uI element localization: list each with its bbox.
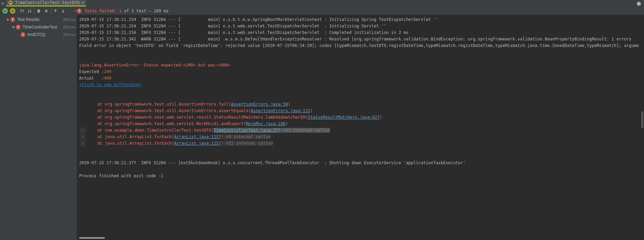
gutter-expand-icon[interactable]: ±	[79, 134, 86, 140]
stacktrace-link[interactable]: StatusResultMatchers.java:627	[308, 115, 380, 120]
gear-icon[interactable]	[636, 1, 641, 6]
sort-asc-icon[interactable]	[18, 7, 26, 15]
log-line: 2020-07-15 17:38:21.254 INFO 31284 --- […	[79, 23, 642, 29]
see-difference-link[interactable]: <Click to see difference>	[79, 82, 141, 87]
stacktrace-link[interactable]: AssertionErrors.java:122	[251, 108, 310, 113]
tree-root[interactable]: ▾ ! Test Results 289 ms	[0, 16, 77, 23]
test-toolbar: ✔ ⊘ » ! Tests failed: 1 of 1 test – 289 …	[0, 7, 644, 15]
tests-total-text: of 1 test – 289 ms	[122, 9, 169, 13]
log-line: 2020-07-15 17:38:21.377 INFO 31284 --- […	[79, 160, 642, 166]
exit-code-line: Process finished with exit code -1	[79, 173, 642, 179]
tree-suite-label: TimeControllerTest	[23, 25, 63, 29]
fail-icon: !	[21, 32, 25, 37]
fail-icon: !	[10, 17, 15, 22]
chevron-down-icon[interactable]: ▾	[7, 17, 9, 22]
tree-suite-time: 289 ms	[63, 25, 75, 29]
tab-label: TimeControllerTest.testDTO	[15, 0, 80, 5]
log-line: 2020-07-15 17:38:21.342 WARN 31284 --- […	[79, 36, 642, 43]
gutter-expand-icon[interactable]: ±	[79, 127, 86, 134]
horizontal-scrollbar[interactable]	[79, 237, 105, 239]
tree-test-time: 289 ms	[63, 33, 75, 37]
main: ▾ ! Test Results 289 ms ▾ ! TimeControll…	[0, 15, 644, 240]
stacktrace-link[interactable]: MockMvc.java:196	[246, 121, 285, 126]
actual-line: Actual :400	[79, 75, 642, 82]
tree-root-time: 289 ms	[63, 17, 75, 22]
show-ignored-button[interactable]: ⊘	[9, 7, 16, 15]
collapse-all-icon[interactable]	[42, 7, 50, 15]
test-tree: ▾ ! Test Results 289 ms ▾ ! TimeControll…	[0, 15, 77, 240]
assertion-error: java.lang.AssertionError: Status expecte…	[79, 62, 642, 69]
fail-indicator-icon: !	[76, 7, 82, 15]
tree-test-label: testDTO()	[27, 32, 63, 37]
close-icon[interactable]: ×	[82, 0, 84, 5]
show-passed-button[interactable]: ✔	[1, 7, 9, 15]
separator	[17, 8, 17, 14]
next-fail-icon[interactable]	[59, 7, 67, 15]
sort-desc-icon[interactable]	[26, 7, 33, 15]
tests-failed-text: Tests failed: 1	[84, 9, 121, 13]
stacktrace-link[interactable]: AssertionErrors.java:59	[231, 102, 288, 107]
log-line: 2020-07-15 17:38:21.256 INFO 31284 --- […	[79, 29, 642, 36]
log-line: Field error in object 'testDTO' on field…	[79, 43, 642, 49]
chevron-icon: »	[74, 9, 76, 13]
stacktrace-link[interactable]: ArrayList.java:1257	[174, 134, 221, 139]
separator	[34, 8, 34, 14]
java-test-icon	[8, 0, 13, 5]
vertical-scrollbar[interactable]	[641, 111, 643, 128]
expand-all-icon[interactable]	[35, 7, 42, 15]
top-tabbar: n: TimeControllerTest.testDTO ×	[0, 0, 644, 7]
console-output[interactable]: 2020-07-15 17:38:21.254 INFO 31284 --- […	[77, 15, 644, 240]
tab-prefix: n:	[0, 1, 6, 6]
tree-test[interactable]: ! testDTO() 289 ms	[0, 31, 77, 38]
tree-root-label: Test Results	[17, 17, 63, 22]
separator	[51, 8, 51, 14]
stacktrace-link[interactable]: TimeControllerTest.java:77	[214, 128, 278, 133]
internal-calls[interactable]: <21 internal calls>	[223, 141, 273, 146]
log-line: 2020-07-15 17:38:21.254 INFO 31284 --- […	[79, 16, 642, 23]
stacktrace-link[interactable]: ArrayList.java:1257	[174, 141, 221, 146]
internal-calls[interactable]: <9 internal calls>	[223, 134, 270, 139]
file-tab[interactable]: TimeControllerTest.testDTO ×	[6, 0, 86, 7]
gutter-expand-icon[interactable]: ±	[79, 140, 86, 147]
tree-suite[interactable]: ▾ ! TimeControllerTest 289 ms	[0, 23, 77, 31]
expected-line: Expected :200	[79, 69, 642, 75]
internal-calls[interactable]: <31 internal calls>	[281, 128, 330, 133]
test-status: Tests failed: 1 of 1 test – 289 ms	[84, 9, 169, 13]
chevron-down-icon[interactable]: ▾	[12, 25, 14, 29]
prev-fail-icon[interactable]	[52, 7, 59, 15]
fail-icon: !	[16, 25, 21, 29]
